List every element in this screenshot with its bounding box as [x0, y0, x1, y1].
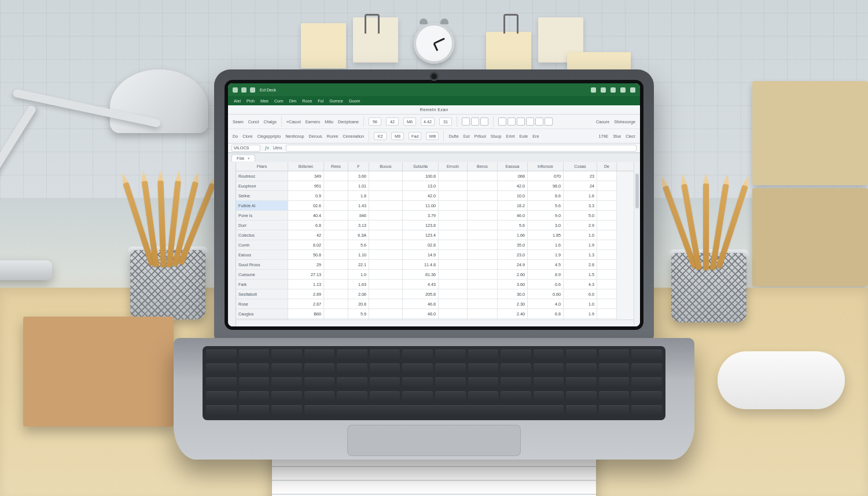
ribbon-field[interactable]: M8 [391, 132, 404, 140]
sheet-tab[interactable]: Fisk ▾ [231, 155, 255, 161]
cell[interactable] [439, 230, 468, 240]
cell[interactable] [468, 270, 498, 280]
border-icon[interactable] [507, 117, 516, 126]
cell[interactable] [324, 221, 348, 230]
cell[interactable] [468, 250, 498, 260]
table-row[interactable]: Euoplnon9511.0113.042.098.024 [236, 181, 634, 191]
cell[interactable] [468, 280, 498, 289]
ribbon-field[interactable]: 31 [439, 117, 452, 126]
close-icon[interactable] [630, 87, 635, 93]
row-label[interactable]: Caoglos [236, 309, 288, 319]
row-label[interactable]: Sesttabolt [236, 289, 288, 299]
cell[interactable] [324, 309, 348, 319]
cell[interactable] [597, 240, 617, 250]
cell[interactable] [369, 280, 403, 289]
cell[interactable] [468, 171, 498, 181]
cell[interactable] [468, 230, 498, 240]
cell[interactable]: 3.60 [498, 280, 528, 289]
cell[interactable] [439, 309, 468, 319]
cell[interactable] [369, 289, 403, 299]
cell[interactable]: 070 [528, 171, 564, 181]
cell[interactable]: 1.5 [564, 270, 597, 280]
column-header[interactable]: Beros [468, 162, 498, 171]
ribbon-field[interactable]: Fad [409, 132, 421, 140]
cell[interactable] [439, 250, 468, 260]
cell[interactable]: 0.9 [288, 191, 324, 201]
row-label[interactable]: Seline [236, 191, 288, 201]
cell[interactable]: 4.0 [528, 299, 564, 309]
cell[interactable]: 23 [564, 171, 597, 181]
cell[interactable] [439, 289, 468, 299]
cell[interactable]: 5.6 [528, 201, 564, 211]
cell[interactable] [324, 260, 348, 270]
cell[interactable] [439, 191, 468, 201]
cell[interactable] [324, 240, 348, 250]
cell[interactable]: 81.36 [403, 270, 439, 280]
cell[interactable]: 1.6 [564, 191, 597, 201]
cell[interactable]: 0.6 [528, 280, 564, 289]
cell[interactable] [369, 191, 403, 201]
cell[interactable]: 1.10 [348, 250, 369, 260]
column-header[interactable]: Eassua [498, 162, 528, 171]
cell[interactable] [597, 280, 617, 289]
cell[interactable]: 0.60 [528, 289, 564, 299]
cell[interactable]: 42.0 [403, 191, 439, 201]
menu-item[interactable]: Fol [318, 98, 323, 104]
cell[interactable] [597, 201, 617, 211]
cell[interactable]: 1.9 [564, 309, 597, 319]
cell[interactable] [439, 201, 468, 211]
cell[interactable] [369, 270, 403, 280]
row-label[interactable]: Pone ls [236, 211, 288, 221]
cell[interactable]: 20.8 [348, 299, 369, 309]
row-label[interactable]: Colectos [236, 230, 288, 240]
cell[interactable] [324, 289, 348, 299]
cell[interactable]: 2.89 [288, 289, 324, 299]
table-row[interactable]: Cuesune27.131.081.362.608.91.5 [236, 270, 634, 280]
row-label[interactable]: Fullide Al [236, 201, 288, 211]
cell[interactable]: 1.9 [528, 250, 564, 260]
cell[interactable] [369, 250, 403, 260]
cell[interactable] [324, 201, 348, 211]
cell[interactable]: 1.13 [288, 280, 324, 289]
row-label[interactable]: Soud Rross [236, 260, 288, 270]
cell[interactable] [468, 309, 498, 319]
cell[interactable]: 2.06 [348, 289, 369, 299]
cell[interactable] [324, 211, 348, 221]
ribbon-field[interactable]: 42 [386, 117, 399, 126]
cell[interactable] [369, 201, 403, 211]
cell[interactable] [324, 181, 348, 191]
cell[interactable] [369, 171, 403, 181]
cell[interactable] [369, 221, 403, 230]
cell[interactable]: 6.0 [564, 289, 597, 299]
border-icon[interactable] [526, 117, 534, 126]
cell[interactable] [468, 240, 498, 250]
column-header[interactable]: Sutszila [403, 162, 439, 171]
menu-item[interactable]: Roce [302, 98, 312, 104]
cell[interactable] [369, 230, 403, 240]
cell[interactable] [324, 280, 348, 289]
cell[interactable]: 349 [288, 171, 324, 181]
cell[interactable] [597, 211, 617, 221]
table-row[interactable]: Durr6.83.13123.85.63.02.9 [236, 221, 634, 230]
cell[interactable] [369, 181, 403, 191]
table-row[interactable]: Eaious50.81.1014.923.01.91.3 [236, 250, 634, 260]
cell[interactable]: 2.60 [498, 270, 528, 280]
cell[interactable]: 100.8 [403, 171, 439, 181]
cell[interactable] [597, 289, 617, 299]
cell[interactable] [468, 260, 498, 270]
name-box[interactable]: VILOCS [231, 145, 260, 152]
cell[interactable] [597, 221, 617, 230]
fx-icon[interactable]: ƒx [264, 145, 270, 151]
table-row[interactable]: Fullide Al02.61.4311.0018.25.63.3 [236, 201, 634, 211]
cell[interactable] [439, 270, 468, 280]
cell[interactable] [369, 260, 403, 270]
cell[interactable] [597, 299, 617, 309]
ribbon-field[interactable]: K2 [374, 132, 387, 140]
cell[interactable] [369, 309, 403, 319]
cell[interactable] [324, 270, 348, 280]
menu-item[interactable]: Corn [274, 98, 284, 104]
cell[interactable]: 205.8 [403, 289, 439, 299]
cell[interactable] [597, 191, 617, 201]
cell[interactable]: 10.0 [498, 191, 528, 201]
cell[interactable] [597, 309, 617, 319]
